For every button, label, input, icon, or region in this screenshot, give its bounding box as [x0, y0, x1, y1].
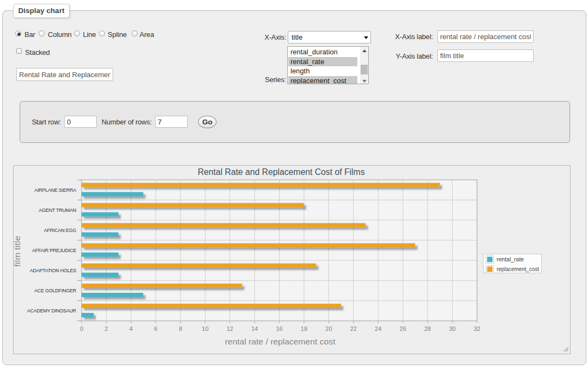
svg-text:30: 30: [449, 325, 455, 332]
svg-text:AIRPLANE SIERRA: AIRPLANE SIERRA: [34, 187, 76, 193]
svg-text:AFFAIR PREJUDICE: AFFAIR PREJUDICE: [32, 248, 76, 253]
svg-text:26: 26: [400, 325, 406, 332]
svg-text:6: 6: [154, 325, 157, 332]
svg-text:replacement_cost: replacement_cost: [497, 266, 539, 272]
svg-text:32: 32: [474, 325, 480, 332]
svg-text:24: 24: [375, 325, 381, 332]
svg-text:20: 20: [325, 325, 332, 332]
svg-text:ADAPTATION HOLES: ADAPTATION HOLES: [30, 268, 76, 273]
svg-text:16: 16: [276, 325, 282, 332]
svg-text:film title: film title: [13, 236, 22, 267]
svg-text:ACE GOLDFINGER: ACE GOLDFINGER: [34, 288, 77, 293]
svg-text:4: 4: [129, 325, 133, 332]
svg-text:22: 22: [350, 325, 357, 332]
svg-text:rental_rate: rental_rate: [497, 256, 524, 262]
svg-text:ACADEMY DINOSAUR: ACADEMY DINOSAUR: [27, 308, 77, 313]
svg-text:28: 28: [424, 325, 431, 332]
svg-text:AFRICAN EGG: AFRICAN EGG: [44, 228, 77, 233]
svg-text:10: 10: [202, 325, 208, 332]
svg-text:14: 14: [251, 325, 258, 332]
svg-text:2: 2: [104, 325, 108, 332]
svg-text:8: 8: [179, 325, 182, 332]
svg-text:12: 12: [226, 325, 233, 332]
svg-text:18: 18: [301, 325, 307, 332]
svg-text:Rental Rate and Replacement Co: Rental Rate and Replacement Cost of Film…: [198, 167, 365, 177]
svg-text:rental rate / replacement cost: rental rate / replacement cost: [225, 337, 336, 346]
svg-text:0: 0: [80, 325, 83, 332]
svg-text:AGENT TRUMAN: AGENT TRUMAN: [39, 208, 76, 213]
